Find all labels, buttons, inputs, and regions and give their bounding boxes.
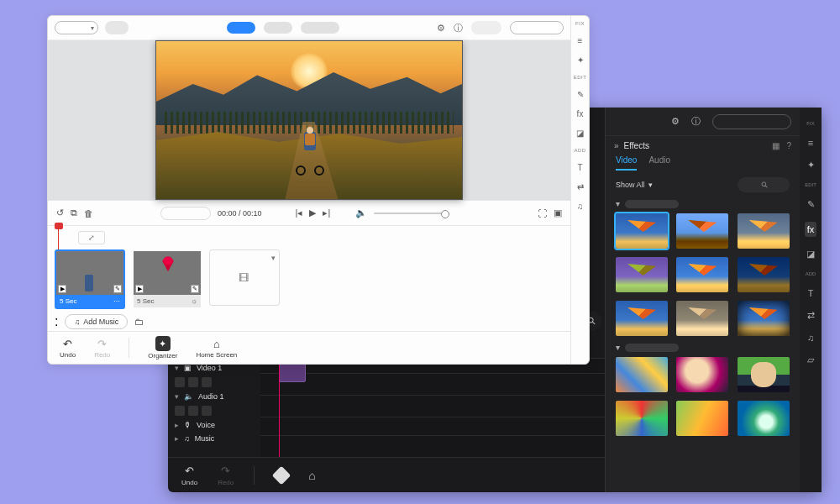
track-tool[interactable] bbox=[175, 377, 185, 387]
effect-thumb[interactable] bbox=[738, 257, 790, 292]
tools-icon[interactable]: ✎ bbox=[577, 90, 584, 99]
adjust-icon[interactable]: ≡ bbox=[578, 36, 583, 45]
track-eye-icon[interactable]: ▣ bbox=[184, 364, 192, 372]
music-icon[interactable]: ♫ bbox=[807, 333, 814, 343]
prev-icon[interactable]: |◂ bbox=[296, 207, 303, 218]
fx-icon[interactable]: fx bbox=[805, 222, 817, 237]
clip-menu-icon[interactable]: ⋯ bbox=[113, 297, 120, 305]
track-video-1[interactable]: ▾ ▣ Video 1 bbox=[175, 364, 254, 372]
undo-button[interactable]: ↶Undo bbox=[181, 465, 197, 486]
crop-icon[interactable]: ◪ bbox=[806, 249, 815, 260]
playhead[interactable] bbox=[279, 359, 280, 457]
tools-icon[interactable]: ✎ bbox=[807, 199, 815, 210]
category-row-1[interactable]: ▾ bbox=[606, 199, 800, 210]
clip-menu-icon[interactable]: ☼ bbox=[192, 297, 197, 305]
mode-tab-expert[interactable] bbox=[301, 22, 339, 34]
music-icon[interactable]: ♫ bbox=[577, 202, 584, 211]
gear-icon[interactable]: ⚙ bbox=[437, 23, 445, 34]
project-dropdown[interactable] bbox=[55, 21, 98, 34]
effect-thumb[interactable] bbox=[676, 357, 728, 392]
track-tool[interactable] bbox=[202, 406, 212, 416]
effect-thumb[interactable] bbox=[616, 357, 668, 392]
fx-icon[interactable]: fx bbox=[577, 109, 584, 118]
panel-help-icon[interactable]: ? bbox=[786, 141, 791, 150]
effect-thumb[interactable] bbox=[738, 213, 790, 249]
duplicate-icon[interactable]: ⧉ bbox=[71, 207, 77, 218]
trash-icon[interactable]: 🗑 bbox=[84, 208, 93, 218]
panel-collapse-icon[interactable]: » bbox=[614, 141, 619, 150]
track-tool[interactable] bbox=[188, 377, 198, 387]
collapse-icon[interactable]: ▾ bbox=[175, 364, 179, 372]
effect-thumb[interactable] bbox=[616, 301, 668, 336]
undo-button[interactable]: ↶Undo bbox=[60, 338, 76, 359]
panel-search[interactable] bbox=[738, 177, 790, 192]
track-voice[interactable]: ▸ 🎙 Voice bbox=[175, 421, 254, 429]
effect-thumb[interactable] bbox=[676, 213, 728, 249]
track-tool[interactable] bbox=[188, 406, 198, 416]
quality-icon[interactable]: ▣ bbox=[554, 207, 562, 218]
home-button[interactable]: ⌂ bbox=[308, 469, 315, 482]
effect-thumb[interactable] bbox=[616, 213, 668, 249]
effect-thumb[interactable] bbox=[676, 257, 728, 292]
clip-2[interactable]: ▶ ✎ 5 Sec ☼ bbox=[132, 249, 202, 309]
next-icon[interactable]: ▸| bbox=[323, 207, 330, 218]
fullscreen-icon[interactable]: ⛶ bbox=[538, 208, 547, 218]
gear-icon[interactable]: ⚙ bbox=[671, 116, 680, 127]
text-icon[interactable]: T bbox=[808, 288, 814, 298]
effect-thumb[interactable] bbox=[738, 301, 790, 336]
mode-tab-quick[interactable] bbox=[227, 22, 255, 34]
add-music-button[interactable]: ♫ Add Music bbox=[65, 314, 128, 329]
tab-video[interactable]: Video bbox=[616, 155, 637, 171]
play-icon[interactable]: ▶ bbox=[309, 207, 316, 218]
adjust-icon[interactable]: ≡ bbox=[808, 138, 813, 148]
volume-slider[interactable] bbox=[374, 213, 449, 214]
effect-thumb[interactable] bbox=[676, 401, 728, 436]
track-audio-1[interactable]: ▾ 🔈 Audio 1 bbox=[175, 392, 254, 401]
home-button[interactable]: ⌂Home Screen bbox=[196, 338, 237, 359]
track-tool[interactable] bbox=[175, 406, 185, 416]
top-pill-button[interactable] bbox=[712, 114, 791, 129]
time-scrub[interactable] bbox=[160, 207, 211, 220]
text-icon[interactable]: T bbox=[577, 163, 582, 172]
organizer-button[interactable]: ✦Organizer bbox=[148, 336, 177, 360]
wand-icon[interactable]: ✦ bbox=[807, 160, 815, 171]
clip-badge-edit-icon[interactable]: ✎ bbox=[113, 285, 122, 293]
effect-thumb[interactable] bbox=[616, 401, 668, 436]
category-row-2[interactable]: ▾ bbox=[606, 343, 800, 354]
crop-icon[interactable]: ◪ bbox=[576, 129, 584, 138]
tab-audio[interactable]: Audio bbox=[648, 155, 670, 171]
transition-icon[interactable]: ⇄ bbox=[807, 310, 815, 321]
filter-dropdown[interactable]: Show All▾ bbox=[616, 181, 653, 189]
graphics-icon[interactable]: ▱ bbox=[807, 354, 814, 365]
effect-thumb[interactable] bbox=[738, 401, 790, 436]
expand-icon[interactable]: ▸ bbox=[175, 421, 179, 429]
strip-playhead-handle[interactable] bbox=[55, 223, 63, 229]
track-tool[interactable] bbox=[202, 377, 212, 387]
preview-canvas[interactable] bbox=[155, 40, 463, 200]
info-icon[interactable]: ⓘ bbox=[454, 22, 463, 34]
volume-icon[interactable]: 🔈 bbox=[355, 207, 367, 218]
effect-thumb[interactable] bbox=[676, 301, 728, 336]
zoom-control[interactable]: ⤢ bbox=[78, 231, 105, 244]
add-media-slot[interactable]: 🎞 bbox=[209, 249, 280, 306]
clip-1[interactable]: ▶ ✎ 5 Sec ⋯ bbox=[55, 249, 125, 309]
rotate-icon[interactable]: ↺ bbox=[56, 207, 64, 218]
browse-folder-icon[interactable]: 🗀 bbox=[134, 317, 144, 327]
track-music[interactable]: ▸ ♫ Music bbox=[175, 434, 254, 443]
timeline-clip[interactable] bbox=[279, 364, 306, 382]
top-button[interactable] bbox=[471, 21, 501, 34]
top-button-large[interactable] bbox=[510, 21, 564, 34]
collapse-icon[interactable]: ▾ bbox=[175, 392, 179, 401]
clip-badge-edit-icon[interactable]: ✎ bbox=[191, 285, 199, 293]
track-speaker-icon[interactable]: 🔈 bbox=[184, 392, 193, 401]
transition-icon[interactable]: ⇄ bbox=[577, 182, 584, 192]
organizer-button[interactable] bbox=[275, 469, 288, 482]
effect-thumb[interactable] bbox=[616, 257, 668, 292]
info-icon[interactable]: ⓘ bbox=[691, 115, 701, 128]
mode-tab-guided[interactable] bbox=[264, 22, 292, 34]
effect-thumb[interactable] bbox=[738, 357, 790, 392]
top-pill[interactable] bbox=[105, 21, 129, 34]
expand-icon[interactable]: ▸ bbox=[175, 434, 179, 443]
wand-icon[interactable]: ✦ bbox=[577, 55, 584, 65]
panel-grid-icon[interactable]: ▦ bbox=[772, 141, 780, 150]
